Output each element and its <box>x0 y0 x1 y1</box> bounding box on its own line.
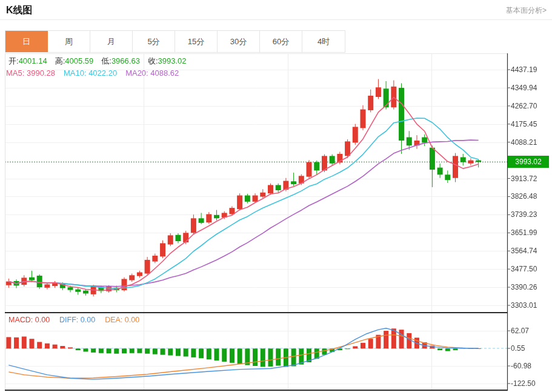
ma-legend-item: MA5: 3990.28 <box>6 68 55 78</box>
price-axis-label: 3739.23 <box>511 210 537 219</box>
macd-axis-label: -60.98 <box>511 362 531 370</box>
period-tab-bar: 日周月5分15分30分60分4时 <box>5 30 345 53</box>
macd-legend-item: DIFF: 0.00 <box>59 316 95 324</box>
price-axis-label: 3564.74 <box>511 247 537 255</box>
tab-period-6[interactable]: 60分 <box>260 31 302 52</box>
tab-period-3[interactable]: 5分 <box>133 31 175 52</box>
ohlc-value: 3993.02 <box>158 56 187 65</box>
ma-info-row: MA5: 3990.28MA10: 4022.20MA20: 4088.62 <box>6 68 187 78</box>
price-axis-label: 4175.45 <box>511 120 537 128</box>
ma-legend-item: MA10: 4022.20 <box>64 68 117 78</box>
current-price-badge: 3993.02 <box>508 156 549 168</box>
tab-period-7[interactable]: 4时 <box>302 31 345 52</box>
price-axis-label: 3826.48 <box>511 192 537 201</box>
macd-info-row: MACD: 0.00DIFF: 0.00DEA: 0.00 <box>8 316 149 324</box>
ma-legend-item: MA20: 4088.62 <box>125 68 179 78</box>
price-axis-label: 4437.19 <box>511 65 537 74</box>
tab-period-4[interactable]: 15分 <box>175 31 218 52</box>
ohlc-value: 4001.14 <box>19 56 47 65</box>
macd-axis-label: -122.50 <box>511 379 536 388</box>
fundamental-analysis-link[interactable]: 基本面分析> <box>506 5 547 16</box>
price-axis-label: 3913.72 <box>511 174 537 183</box>
price-axis-label: 4262.70 <box>511 102 537 110</box>
tab-period-2[interactable]: 月 <box>90 31 133 52</box>
price-axis-label: 4349.94 <box>511 84 537 92</box>
tab-period-5[interactable]: 30分 <box>218 31 260 52</box>
price-axis-label: 3651.99 <box>511 228 537 237</box>
ohlc-label: 开: <box>8 56 19 65</box>
price-axis-label: 3303.01 <box>511 301 537 310</box>
macd-axis-label: 0.55 <box>511 344 525 353</box>
macd-legend-item: DEA: 0.00 <box>105 316 139 324</box>
page-title: K线图 <box>6 4 33 17</box>
header-divider <box>0 19 552 20</box>
tab-period-1[interactable]: 周 <box>48 31 90 52</box>
price-axis-label: 3390.26 <box>511 283 537 291</box>
macd-axis-label: 62.07 <box>511 327 529 335</box>
price-axis-label: 4088.21 <box>511 138 537 147</box>
price-axis-label: 3477.50 <box>511 265 537 273</box>
ohlc-value: 3966.63 <box>111 56 140 65</box>
ohlc-info-row: 开:4001.14高:4005.59低:3966.63收:3993.02 <box>8 56 195 67</box>
ohlc-label: 高: <box>55 56 65 65</box>
tab-period-0[interactable]: 日 <box>5 31 48 52</box>
macd-legend-item: MACD: 0.00 <box>8 316 50 324</box>
ohlc-label: 低: <box>101 56 111 65</box>
ohlc-label: 收: <box>148 56 158 65</box>
ohlc-value: 4005.59 <box>65 56 93 65</box>
